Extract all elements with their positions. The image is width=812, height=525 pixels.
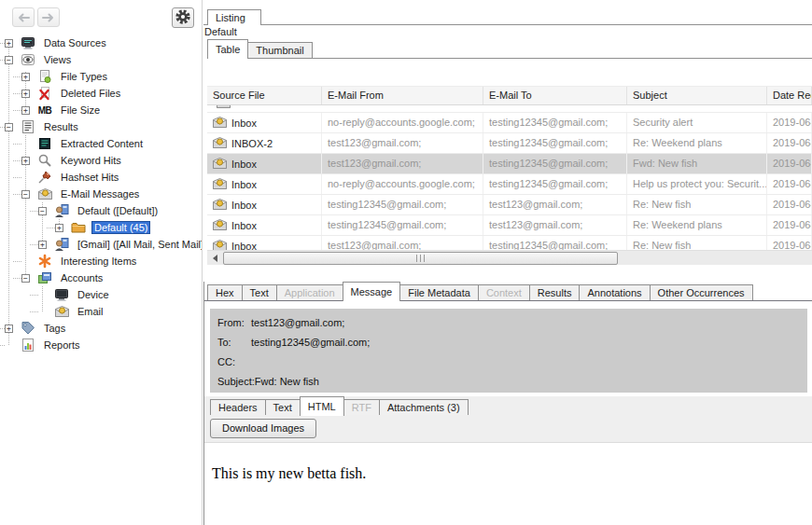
subject-cell: Help us protect you: Securit... (627, 174, 767, 194)
table-row[interactable]: Inboxtesting12345@gmail.com;test123@gmai… (207, 215, 812, 236)
tree-item-results[interactable]: −Results (0, 118, 202, 135)
expand-toggle[interactable]: − (38, 207, 47, 215)
back-button[interactable] (12, 7, 35, 27)
table-row[interactable]: Inboxtest123@gmail.com;testing12345@gmai… (207, 236, 812, 250)
tab-file-metadata[interactable]: File Metadata (399, 284, 479, 300)
deleted-files-icon (37, 86, 52, 101)
expand-toggle[interactable]: − (21, 190, 30, 199)
message-format-tabbar: HeadersTextHTMLRTFAttachments (3) (204, 396, 812, 416)
view-mode-tabbar: TableThumbnail (207, 39, 812, 59)
column-header-e-mail-to[interactable]: E-Mail To (483, 87, 627, 104)
table-row[interactable]: INBOX-2test123@gmail.com;testing12345@gm… (207, 133, 812, 154)
tree-item-label: Accounts (58, 271, 105, 284)
table-row[interactable]: Inboxno-reply@accounts.google.com;testin… (207, 174, 812, 195)
directory-tree: +Data Sources−Views+File Types+Deleted F… (0, 35, 202, 525)
forward-button[interactable] (37, 7, 60, 27)
tree-item-tags[interactable]: +Tags (0, 320, 202, 337)
result-view-toolbar (203, 60, 812, 85)
download-images-button[interactable]: Download Images (210, 419, 316, 438)
from-cell: no-reply@accounts.google.com; (322, 113, 483, 132)
tree-item-file-types[interactable]: +File Types (0, 68, 202, 85)
tree-item-email[interactable]: Email (0, 303, 202, 320)
tree-spacer (38, 291, 47, 299)
column-header-date-received[interactable]: Date Received (767, 87, 812, 104)
date-received-cell: 2019-06- (767, 113, 812, 132)
expand-toggle[interactable]: + (38, 241, 47, 249)
subject-cell: Fwd: New fish (627, 154, 767, 173)
tree-item-reports[interactable]: Reports (0, 337, 202, 353)
message-header-row: CC: (217, 352, 800, 372)
expand-toggle[interactable]: + (21, 90, 30, 98)
tab-other-occurrences[interactable]: Other Occurrences (650, 284, 753, 300)
column-header-source-file[interactable]: Source File (207, 87, 322, 104)
column-header-subject[interactable]: Subject (627, 87, 767, 104)
table-row[interactable]: Inboxtesting12345@gmail.com;test123@gmai… (207, 195, 812, 215)
date-received-cell: 2019-06- (767, 215, 812, 235)
from-cell: test123@gmail.com; (322, 133, 483, 153)
grip-icon (415, 255, 426, 262)
expand-toggle[interactable]: − (5, 56, 13, 64)
expand-toggle[interactable]: + (5, 325, 13, 333)
tree-item-label: Email (75, 305, 106, 318)
expand-toggle[interactable]: + (21, 73, 30, 81)
tree-item-hashset-hits[interactable]: Hashset Hits (0, 169, 202, 186)
tree-item-default-45[interactable]: +Default (45) (0, 219, 202, 236)
tab-listing[interactable]: Listing (207, 9, 261, 25)
message-header-box: From:test123@gmail.com;To:testing12345@g… (210, 309, 807, 393)
tab-application: Application (276, 284, 343, 300)
expand-toggle[interactable]: + (55, 224, 63, 232)
options-button[interactable] (172, 7, 194, 28)
tree-item-data-sources[interactable]: +Data Sources (0, 35, 202, 51)
expand-toggle[interactable]: − (21, 274, 30, 283)
from-cell: testing12345@gmail.com; (322, 195, 483, 214)
tree-item-default-default[interactable]: −Default ([Default]) (0, 202, 202, 219)
tab-headers[interactable]: Headers (210, 399, 266, 415)
tree-item-file-size[interactable]: +MBFile Size (0, 102, 202, 118)
content-viewer-tabbar: HexTextApplicationMessageFile MetadataCo… (204, 282, 812, 301)
tree-item-deleted-files[interactable]: +Deleted Files (0, 85, 202, 102)
tab-thumbnail[interactable]: Thumbnail (247, 42, 312, 58)
views-icon (21, 52, 35, 67)
message-header-row: From:test123@gmail.com; (217, 313, 800, 333)
envelope-icon (213, 199, 227, 212)
tree-item-interesting-items[interactable]: Interesting Items (0, 253, 202, 269)
to-cell: testing12345@gmail.com; (483, 133, 627, 153)
tab-table[interactable]: Table (207, 39, 248, 59)
scrollbar-thumb[interactable] (223, 252, 618, 265)
tree-item-accounts[interactable]: −Accounts (0, 269, 202, 286)
tree-spacer (38, 308, 47, 316)
content-viewer: HexTextApplicationMessageFile MetadataCo… (203, 282, 812, 525)
source-file-cell: INBOX-2 (207, 133, 322, 153)
scroll-left-button[interactable] (209, 252, 221, 265)
tree-item-e-mail-messages[interactable]: −E-Mail Messages (0, 186, 202, 202)
tab-message[interactable]: Message (343, 282, 401, 301)
tree-item-label: Hashset Hits (58, 171, 121, 184)
tab-text[interactable]: Text (265, 399, 301, 415)
tree-item-gmail-all-mail-sent-mail[interactable]: +[Gmail] ([All Mail, Sent Mail]) (0, 236, 202, 253)
tree-item-keyword-hits[interactable]: +Keyword Hits (0, 152, 202, 169)
tab-results[interactable]: Results (529, 284, 581, 300)
expand-toggle[interactable]: − (5, 123, 13, 131)
back-arrow-icon (16, 12, 31, 23)
data-sources-icon (21, 35, 35, 50)
tab-hex[interactable]: Hex (207, 284, 243, 300)
tab-text[interactable]: Text (242, 284, 277, 300)
column-header-e-mail-from[interactable]: E-Mail From (322, 87, 483, 104)
source-file-label: Inbox (231, 200, 257, 211)
horizontal-scrollbar[interactable] (207, 250, 812, 265)
tree-item-views[interactable]: −Views (0, 51, 202, 68)
expand-toggle[interactable]: + (5, 39, 13, 48)
expand-toggle[interactable]: + (21, 157, 30, 165)
subject-cell: Re: New fish (627, 195, 767, 214)
from-cell: test123@gmail.com; (322, 236, 483, 250)
expand-toggle[interactable]: + (21, 106, 30, 115)
tab-attachments-3[interactable]: Attachments (3) (379, 399, 469, 415)
email-messages-icon (37, 187, 52, 201)
tab-annotations[interactable]: Annotations (579, 284, 650, 300)
table-row[interactable]: Inboxtest123@gmail.com;testing12345@gmai… (207, 154, 812, 174)
table-row[interactable]: Inboxno-reply@accounts.google.com;testin… (207, 113, 812, 133)
tree-item-device[interactable]: Device (0, 286, 202, 303)
tree-item-extracted-content[interactable]: Extracted Content (0, 135, 202, 152)
subject-cell: Re: New fish (627, 236, 767, 250)
tab-html[interactable]: HTML (300, 396, 344, 416)
